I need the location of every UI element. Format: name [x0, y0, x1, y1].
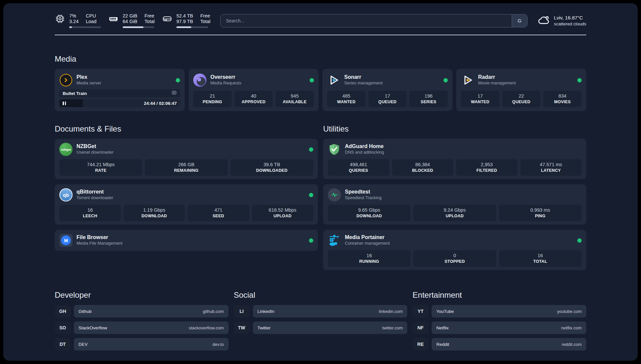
- status-dot: [577, 238, 582, 243]
- dashboard-page: 7% 3.24 CPU Load: [0, 0, 641, 364]
- cpu-usage-label: CPU: [86, 13, 96, 19]
- stat-box: 498,461 QUERIES: [328, 159, 389, 176]
- app-card-filebrowser[interactable]: File Browser Media File Management: [55, 230, 318, 251]
- app-subtitle: Usenet downloader: [76, 149, 113, 155]
- section-title-media: Media: [55, 54, 586, 64]
- pause-icon[interactable]: [63, 102, 66, 105]
- link-bar[interactable]: LinkedIn linkedin.com: [253, 305, 408, 318]
- app-subtitle: Series management: [344, 80, 382, 86]
- link-item-github[interactable]: GH Github github.com: [55, 305, 229, 318]
- app-name: Plex: [76, 74, 101, 80]
- disk-free-label: Free: [200, 13, 211, 19]
- stat-box: 945 AVAILABLE: [275, 91, 314, 107]
- plex-icon: [59, 74, 73, 87]
- disk-progress-fill: [176, 26, 191, 28]
- stat-box: 744.21 Mbps RATE: [59, 159, 142, 176]
- link-item-dev[interactable]: DT DEV dev.to: [55, 338, 229, 350]
- app-name: Overseerr: [210, 74, 241, 80]
- link-bar[interactable]: Netflix netflix.com: [432, 321, 586, 334]
- disk-total-value: 97.9 TB: [176, 19, 193, 24]
- link-bar[interactable]: YouTube youtube.com: [432, 305, 586, 318]
- app-subtitle: Media Requests: [210, 80, 241, 86]
- stat-box: 16 TOTAL: [499, 250, 582, 267]
- app-card-sonarr[interactable]: Sonarr Series management 485 WANTED 17 Q…: [322, 69, 452, 111]
- search-engine-button[interactable]: G: [512, 15, 527, 27]
- app-name: qBittorrent: [76, 189, 113, 195]
- now-playing-title: Bullet Train: [63, 91, 169, 96]
- link-abbr[interactable]: YT: [412, 305, 428, 318]
- status-dot: [443, 78, 448, 82]
- ram-stat: 22 GiB 64 GiB Free Total: [108, 13, 155, 28]
- app-card-qbittorrent[interactable]: qb qBittorrent Torrent downloader 16 LEE…: [55, 184, 318, 225]
- app-card-radarr[interactable]: Radarr Movie management 17 WANTED 22 QUE…: [456, 69, 586, 111]
- app-card-adguard[interactable]: AdGuard Home DNS and adblocking 498,461 …: [323, 139, 586, 179]
- link-item-youtube[interactable]: YT YouTube youtube.com: [412, 305, 586, 318]
- status-dot: [310, 78, 314, 82]
- search-bar[interactable]: G: [220, 14, 528, 27]
- status-dot: [309, 147, 313, 152]
- app-card-speedtest[interactable]: Speedtest Speedtest Tracking 9.65 Gbps D…: [323, 184, 586, 225]
- app-name: Media Portainer: [345, 234, 390, 240]
- link-abbr[interactable]: TW: [234, 321, 250, 334]
- link-item-linkedin[interactable]: LI LinkedIn linkedin.com: [234, 305, 408, 318]
- weather-widget: Lviv, 16.87°C scattered clouds: [537, 14, 586, 28]
- search-input[interactable]: [221, 15, 512, 27]
- disk-progress-bar: [176, 26, 208, 28]
- app-name: AdGuard Home: [345, 143, 384, 149]
- app-card-portainer[interactable]: Media Portainer Container management 16 …: [323, 230, 586, 270]
- link-abbr[interactable]: SO: [55, 321, 71, 334]
- link-abbr[interactable]: DT: [55, 338, 71, 350]
- ram-free-label: Free: [144, 13, 155, 19]
- app-card-nzbget[interactable]: nzbget NZBGet Usenet downloader 744.21 M…: [55, 139, 318, 179]
- link-bar[interactable]: Github github.com: [74, 305, 229, 318]
- link-bar[interactable]: StackOverflow stackoverflow.com: [74, 321, 229, 334]
- stat-box: 471 SEED: [188, 205, 249, 221]
- camera-icon: [171, 90, 177, 97]
- link-bar[interactable]: Twitter twitter.com: [253, 321, 408, 334]
- stat-box: 17 QUEUED: [368, 91, 407, 107]
- app-card-plex[interactable]: Plex Media server Bullet Train: [55, 69, 185, 111]
- link-abbr[interactable]: LI: [234, 305, 250, 318]
- app-name: File Browser: [76, 234, 122, 240]
- disk-stat: 52.4 TB 97.9 TB Free Total: [162, 13, 210, 28]
- sonarr-icon: [327, 74, 340, 87]
- cpu-icon: [55, 14, 65, 24]
- link-abbr[interactable]: NF: [412, 321, 428, 334]
- link-abbr[interactable]: RE: [412, 338, 428, 350]
- weather-location-temp: Lviv, 16.87°C: [554, 15, 586, 21]
- app-subtitle: Container management: [345, 240, 390, 246]
- stat-box: 1.19 Gbps DOWNLOAD: [124, 205, 185, 221]
- link-bar[interactable]: DEV dev.to: [74, 338, 229, 350]
- link-abbr[interactable]: GH: [55, 305, 71, 318]
- section-title-documents: Documents & Files: [55, 124, 318, 134]
- nzbget-icon: nzbget: [59, 143, 73, 156]
- stat-box: 47.571 ms LATENCY: [520, 159, 582, 176]
- app-subtitle: Media server: [76, 80, 101, 86]
- status-dot: [176, 78, 180, 82]
- player-progress-row[interactable]: 24:44 / 02:06:47: [59, 99, 180, 107]
- app-name: Radarr: [478, 74, 516, 80]
- link-item-stackoverflow[interactable]: SO StackOverflow stackoverflow.com: [55, 321, 229, 334]
- link-item-netflix[interactable]: NF Netflix netflix.com: [412, 321, 586, 334]
- link-item-twitter[interactable]: TW Twitter twitter.com: [234, 321, 408, 334]
- link-bar[interactable]: Reddit reddit.com: [432, 338, 586, 350]
- section-title-social: Social: [234, 290, 408, 300]
- dashboard-window: 7% 3.24 CPU Load: [3, 3, 638, 361]
- now-playing-row: Bullet Train: [59, 89, 180, 97]
- header: 7% 3.24 CPU Load: [55, 13, 586, 28]
- portainer-icon: [328, 234, 341, 247]
- link-item-reddit[interactable]: RE Reddit reddit.com: [412, 338, 586, 350]
- app-subtitle: Media File Management: [76, 240, 122, 246]
- cloud-icon: [537, 14, 550, 28]
- ram-total-label: Total: [144, 19, 155, 24]
- section-entertainment: Entertainment YT YouTube youtube.com NF …: [412, 290, 586, 354]
- app-card-overseerr[interactable]: Overseerr Media Requests 21 PENDING 40 A…: [189, 69, 319, 111]
- stat-box: 0 STOPPED: [413, 250, 496, 267]
- stat-box: 2,953 FILTERED: [456, 159, 518, 176]
- app-name: Sonarr: [344, 74, 382, 80]
- stat-box: 22 QUEUED: [502, 91, 541, 107]
- cpu-progress-bar: [69, 26, 101, 28]
- ram-progress-bar: [123, 26, 154, 28]
- stat-box: 16 LEECH: [59, 205, 121, 221]
- app-subtitle: Speedtest Tracking: [345, 195, 382, 201]
